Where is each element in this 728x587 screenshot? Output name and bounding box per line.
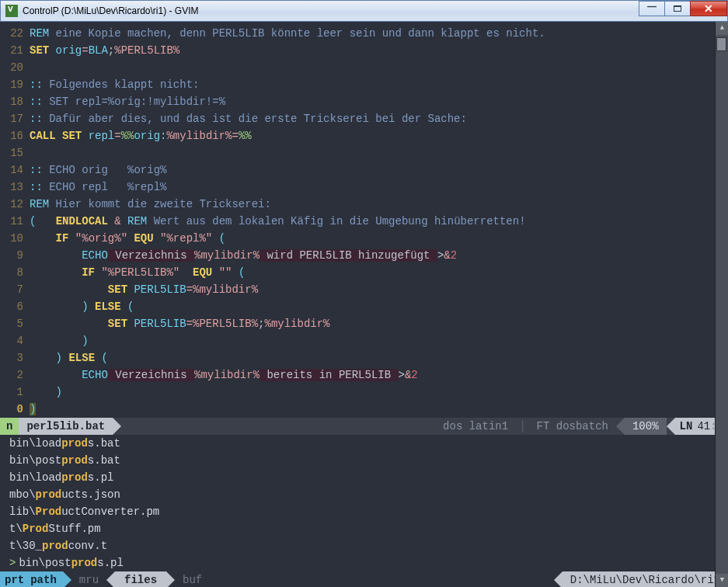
- line-content[interactable]: ( ENDLOCAL & REM Wert aus dem lokalen Kä…: [30, 213, 728, 230]
- window-minimize-button[interactable]: —: [639, 1, 665, 16]
- line-number: 5: [0, 315, 30, 332]
- line-number: 22: [0, 25, 30, 42]
- line-number: 18: [0, 93, 30, 110]
- ctrlp-result-item[interactable]: bin\loadprods.pl: [9, 469, 728, 486]
- line-content[interactable]: ) ELSE (: [30, 349, 728, 366]
- line-content[interactable]: REM Hier kommt die zweite Trickserei:: [30, 196, 728, 213]
- line-number: 7: [0, 281, 30, 298]
- code-editor[interactable]: 22REM eine Kopie machen, denn PERL5LIB k…: [0, 22, 728, 418]
- line-number: 19: [0, 76, 30, 93]
- code-line[interactable]: 10 IF "%orig%" EQU "%repl%" (: [0, 230, 728, 247]
- code-line[interactable]: 3 ) ELSE (: [0, 349, 728, 366]
- code-line[interactable]: 15: [0, 144, 728, 162]
- ctrlp-result-item[interactable]: t\30_prodconv.t: [9, 537, 728, 554]
- code-line[interactable]: 21SET orig=BLA;%PERL5LIB%: [0, 42, 728, 59]
- filetype-indicator: FT dosbatch: [529, 420, 616, 432]
- line-content[interactable]: ): [30, 332, 728, 349]
- code-line[interactable]: 16CALL SET repl=%%orig:%mylibdir%=%%: [0, 127, 728, 144]
- code-line[interactable]: 18:: SET repl=%orig:!mylibdir!=%: [0, 93, 728, 110]
- line-number: 16: [0, 127, 30, 144]
- ctrlp-result-item-selected[interactable]: >bin\postprods.pl: [9, 554, 728, 571]
- line-content[interactable]: CALL SET repl=%%orig:%mylibdir%=%%: [30, 127, 728, 144]
- ctrlp-cwd: D:\MiLu\Dev\Ricardo\ri1: [563, 571, 728, 587]
- line-content[interactable]: ECHO Verzeichnis %mylibdir% bereits in P…: [30, 366, 728, 384]
- ctrlp-result-item[interactable]: mbo\products.json: [9, 486, 728, 503]
- scroll-down-icon[interactable]: ▼: [716, 574, 728, 587]
- code-line[interactable]: 0): [0, 401, 728, 418]
- line-number: 20: [0, 59, 30, 76]
- line-content[interactable]: REM eine Kopie machen, denn PERL5LIB kön…: [30, 25, 728, 42]
- ctrlp-mode-prt[interactable]: prt: [0, 571, 29, 587]
- line-content[interactable]: [30, 59, 728, 76]
- line-content[interactable]: SET orig=BLA;%PERL5LIB%: [30, 42, 728, 59]
- code-line[interactable]: 22REM eine Kopie machen, denn PERL5LIB k…: [0, 25, 728, 42]
- window-maximize-button[interactable]: [664, 1, 691, 16]
- code-line[interactable]: 4 ): [0, 332, 728, 349]
- ctrlp-mode-mru[interactable]: mru: [71, 574, 106, 586]
- line-content[interactable]: :: SET repl=%orig:!mylibdir!=%: [30, 93, 728, 110]
- percent-indicator: 100%: [625, 418, 667, 435]
- code-line[interactable]: 8 IF "%PERL5LIB%" EQU "" (: [0, 264, 728, 281]
- code-line[interactable]: 9 ECHO Verzeichnis %mylibdir% wird PERL5…: [0, 247, 728, 264]
- line-number: 3: [0, 349, 30, 366]
- vertical-scrollbar[interactable]: ▲ ▼: [715, 22, 728, 587]
- ctrlp-results-list: bin\loadprods.batbin\postprods.batbin\lo…: [0, 435, 728, 571]
- code-line[interactable]: 14:: ECHO orig %orig%: [0, 162, 728, 179]
- line-number: 9: [0, 247, 30, 264]
- scrollbar-thumb[interactable]: [716, 37, 726, 51]
- line-number: 4: [0, 332, 30, 349]
- code-line[interactable]: 20: [0, 59, 728, 76]
- line-number: 10: [0, 230, 30, 247]
- status-line: n perl5lib.bat dos latin1 │ FT dosbatch …: [0, 418, 728, 435]
- window-close-button[interactable]: ✕: [690, 1, 727, 16]
- line-content[interactable]: :: Folgendes klappt nicht:: [30, 76, 728, 93]
- line-number: 13: [0, 179, 30, 196]
- ctrlp-mode-files[interactable]: files: [115, 571, 166, 587]
- ctrlp-modes-bar: prt path mru files buf D:\MiLu\Dev\Ricar…: [0, 571, 728, 587]
- line-number: 15: [0, 144, 30, 162]
- line-number: 17: [0, 110, 30, 127]
- code-line[interactable]: 11( ENDLOCAL & REM Wert aus dem lokalen …: [0, 213, 728, 230]
- line-content[interactable]: SET PERL5LIB=%mylibdir%: [30, 281, 728, 298]
- ctrlp-result-item[interactable]: bin\postprods.bat: [9, 452, 728, 469]
- code-line[interactable]: 6 ) ELSE (: [0, 298, 728, 315]
- app-icon: [5, 5, 18, 17]
- code-line[interactable]: 19:: Folgendes klappt nicht:: [0, 76, 728, 93]
- line-content[interactable]: ) ELSE (: [30, 298, 728, 315]
- code-line[interactable]: 12REM Hier kommt die zweite Trickserei:: [0, 196, 728, 213]
- filename-indicator: perl5lib.bat: [19, 418, 113, 435]
- ctrlp-result-item[interactable]: t\ProdStuff.pm: [9, 520, 728, 537]
- code-line[interactable]: 13:: ECHO repl %repl%: [0, 179, 728, 196]
- code-line[interactable]: 1 ): [0, 384, 728, 401]
- line-content[interactable]: IF "%orig%" EQU "%repl%" (: [30, 230, 728, 247]
- line-number: 6: [0, 298, 30, 315]
- line-number: 21: [0, 42, 30, 59]
- line-number: 12: [0, 196, 30, 213]
- line-content[interactable]: IF "%PERL5LIB%" EQU "" (: [30, 264, 728, 281]
- line-number: 0: [0, 401, 30, 418]
- scroll-up-icon[interactable]: ▲: [716, 22, 728, 35]
- line-content[interactable]: :: ECHO repl %repl%: [30, 179, 728, 196]
- line-content[interactable]: :: Dafür aber dies, und das ist die erst…: [30, 110, 728, 127]
- line-content[interactable]: ): [30, 401, 728, 418]
- line-number: 11: [0, 213, 30, 230]
- window-titlebar: ControlP (D:\MiLu\Dev\Ricardo\ri1) - GVI…: [0, 0, 728, 22]
- ctrlp-result-item[interactable]: lib\ProductConverter.pm: [9, 503, 728, 520]
- mode-indicator: n: [0, 418, 19, 435]
- line-content[interactable]: ECHO Verzeichnis %mylibdir% wird PERL5LI…: [30, 247, 728, 264]
- line-number: 1: [0, 384, 30, 401]
- code-line[interactable]: 5 SET PERL5LIB=%PERL5LIB%;%mylibdir%: [0, 315, 728, 332]
- ctrlp-mode-buf[interactable]: buf: [175, 574, 210, 586]
- code-line[interactable]: 17:: Dafür aber dies, und das ist die er…: [0, 110, 728, 127]
- window-title: ControlP (D:\MiLu\Dev\Ricardo\ri1) - GVI…: [23, 5, 199, 16]
- line-content[interactable]: SET PERL5LIB=%PERL5LIB%;%mylibdir%: [30, 315, 728, 332]
- line-content[interactable]: [30, 144, 728, 162]
- line-content[interactable]: :: ECHO orig %orig%: [30, 162, 728, 179]
- line-number: 8: [0, 264, 30, 281]
- line-number: 14: [0, 162, 30, 179]
- ctrlp-mode-path[interactable]: path: [29, 571, 63, 587]
- code-line[interactable]: 2 ECHO Verzeichnis %mylibdir% bereits in…: [0, 366, 728, 384]
- code-line[interactable]: 7 SET PERL5LIB=%mylibdir%: [0, 281, 728, 298]
- line-content[interactable]: ): [30, 384, 728, 401]
- ctrlp-result-item[interactable]: bin\loadprods.bat: [9, 435, 728, 452]
